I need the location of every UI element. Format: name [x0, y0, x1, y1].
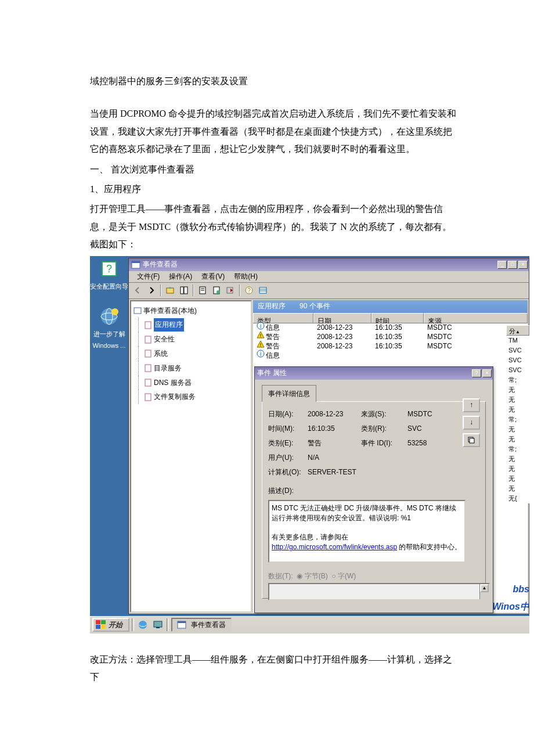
- svg-point-15: [217, 290, 220, 294]
- show-hide-button[interactable]: [178, 284, 190, 297]
- scrollbar[interactable]: ▲: [479, 584, 489, 599]
- menu-help[interactable]: 帮助(H): [229, 270, 262, 283]
- desktop-icon-label: 安全配置向导: [90, 280, 129, 293]
- menu-file[interactable]: 文件(F): [132, 270, 164, 283]
- shield-icon: ?: [99, 258, 120, 279]
- desktop-icon-security-wizard[interactable]: ? 安全配置向导: [90, 258, 129, 293]
- svg-rect-19: [259, 287, 266, 293]
- paragraph-1: 当使用 DCPROMO 命令提升的域控制器完成首次启动进入系统后，我们先不要忙着…: [90, 105, 459, 158]
- svg-rect-26: [145, 365, 151, 372]
- label-data: 数据(T):: [268, 572, 293, 580]
- up-button[interactable]: [164, 284, 176, 297]
- watermark-bbs: bbs: [492, 581, 529, 598]
- data-radio-row: 数据(T): ◉ 字节(B) ○ 字(W): [268, 570, 479, 583]
- close-button[interactable]: ×: [518, 261, 528, 269]
- cell-type: 信息: [266, 351, 280, 359]
- log-icon: [144, 393, 152, 401]
- cell-date: 2008-12-23: [313, 340, 371, 353]
- svg-text:!: !: [260, 333, 262, 339]
- info-icon: i: [257, 322, 265, 330]
- help-button[interactable]: ?: [243, 284, 255, 297]
- svg-rect-25: [145, 350, 151, 357]
- help-button[interactable]: ?: [472, 369, 481, 377]
- events-link[interactable]: http://go.microsoft.com/fwlink/events.as…: [272, 543, 397, 551]
- description-textbox[interactable]: MS DTC 无法正确处理 DC 升级/降级事件。MS DTC 将继续运行并将使…: [268, 500, 466, 563]
- svg-text:?: ?: [247, 287, 251, 294]
- value-category: SVC: [407, 422, 422, 435]
- maximize-button[interactable]: □: [508, 261, 517, 269]
- properties-button[interactable]: [196, 284, 209, 297]
- list-header-title: 应用程序: [258, 300, 286, 313]
- warning-icon: !: [257, 331, 265, 339]
- list-button[interactable]: [257, 284, 269, 297]
- svg-rect-7: [132, 261, 140, 263]
- tree-pane[interactable]: 事件查看器(本地) 应用程序 安全性 系统 目录服务 DNS 服务器 文件复制服…: [130, 300, 252, 613]
- desktop-icon-learn-more[interactable]: 进一步了解 Windows ...: [90, 306, 129, 352]
- svg-rect-36: [470, 438, 474, 443]
- tree-item-label: 应用程序: [154, 318, 184, 332]
- prev-event-button[interactable]: ↑: [463, 398, 480, 412]
- svg-rect-24: [145, 336, 151, 343]
- taskbar-item-eventviewer[interactable]: 事件查看器: [171, 618, 232, 632]
- svg-text:i: i: [260, 351, 261, 357]
- cell-cat: 无: [506, 405, 529, 415]
- col-category[interactable]: 分▲: [506, 325, 529, 336]
- desktop-icon-label-l2: Windows ...: [90, 340, 129, 352]
- tree-item-label: 系统: [154, 347, 168, 361]
- tree-item-frs[interactable]: 文件复制服务: [134, 390, 248, 404]
- label-user: 用户(U):: [268, 451, 308, 465]
- start-label: 开始: [109, 618, 122, 632]
- tree-item-application[interactable]: 应用程序: [134, 318, 248, 332]
- dialog-titlebar[interactable]: 事件 属性 ? ×: [255, 367, 493, 380]
- log-icon: [144, 350, 152, 358]
- screenshot: ? 安全配置向导 进一步了解 Windows ... 事件查看器 _ □ × 文…: [90, 256, 529, 633]
- app-icon: [131, 260, 140, 269]
- value-time: 16:10:35: [308, 422, 361, 435]
- cell-cat: 无{: [506, 494, 529, 503]
- cell-cat: SVC: [506, 345, 529, 355]
- start-button[interactable]: 开始: [92, 618, 129, 632]
- taskbar-separator: [132, 618, 134, 631]
- svg-rect-42: [154, 621, 162, 627]
- quicklaunch-desktop[interactable]: [151, 618, 164, 631]
- minimize-button[interactable]: _: [497, 261, 507, 269]
- log-icon: [144, 336, 152, 344]
- close-button[interactable]: ×: [482, 369, 492, 377]
- refresh-button[interactable]: [210, 284, 223, 297]
- menu-action[interactable]: 操作(A): [164, 270, 197, 283]
- menu-view[interactable]: 查看(V): [197, 270, 229, 283]
- copy-button[interactable]: [463, 433, 480, 447]
- quicklaunch-ie[interactable]: [136, 618, 149, 631]
- next-event-button[interactable]: ↓: [463, 416, 480, 430]
- desktop-icon-label-l1: 进一步了解: [90, 328, 129, 340]
- tree-item-dns[interactable]: DNS 服务器: [134, 376, 248, 390]
- cell-cat: 无: [506, 385, 529, 395]
- tab-details[interactable]: 事件详细信息: [262, 385, 316, 402]
- list-header: 应用程序 90 个事件: [253, 300, 528, 313]
- titlebar[interactable]: 事件查看器 _ □ ×: [129, 258, 529, 271]
- desc-text-1: MS DTC 无法正确处理 DC 升级/降级事件。MS DTC 将继续运行并将使…: [272, 503, 462, 523]
- tree-root[interactable]: 事件查看器(本地): [134, 304, 248, 318]
- scroll-up-button[interactable]: ▲: [480, 584, 489, 592]
- data-textbox[interactable]: ▲: [268, 583, 490, 600]
- tree-item-directory[interactable]: 目录服务: [134, 361, 248, 376]
- value-source: MSDTC: [407, 408, 432, 421]
- nav-forward-button[interactable]: [145, 284, 158, 297]
- value-type: 警告: [308, 437, 361, 450]
- radio-byte[interactable]: ◉ 字节(B): [297, 572, 327, 580]
- taskbar-separator: [167, 618, 169, 631]
- radio-word[interactable]: ○ 字(W): [331, 572, 356, 580]
- export-button[interactable]: [224, 284, 237, 297]
- label-eventid: 事件 ID(I):: [361, 437, 407, 450]
- tree-item-system[interactable]: 系统: [134, 347, 248, 361]
- tree-item-security[interactable]: 安全性: [134, 332, 248, 347]
- value-date: 2008-12-23: [308, 408, 361, 421]
- cell-cat: 无: [506, 474, 529, 484]
- cell-cat: 无: [506, 484, 529, 494]
- label-type: 类别(E):: [268, 437, 308, 450]
- nav-back-button[interactable]: [131, 284, 144, 297]
- tab-panel: 日期(A): 2008-12-23 来源(S): MSDTC 时间(M): 16…: [262, 401, 486, 599]
- cell-cat: TM: [506, 336, 529, 345]
- log-icon: [144, 379, 152, 387]
- book-icon: [134, 307, 142, 315]
